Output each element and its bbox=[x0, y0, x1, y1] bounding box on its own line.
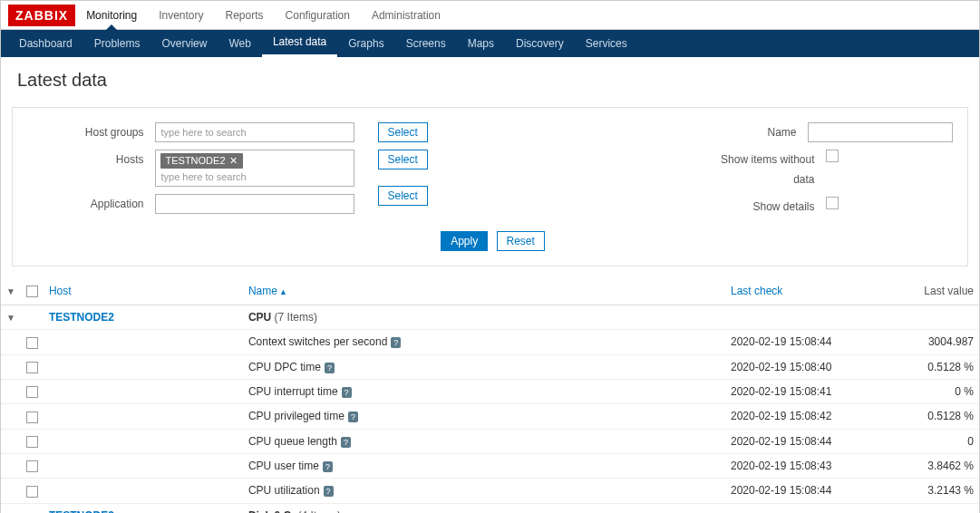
last-check: 2020-02-19 15:08:44 bbox=[725, 479, 888, 503]
app-name: Disk 0 C: bbox=[248, 509, 295, 513]
select-all-checkbox[interactable] bbox=[26, 286, 38, 297]
application-label: Application bbox=[28, 194, 155, 214]
subnav-web[interactable]: Web bbox=[218, 30, 261, 57]
host-link[interactable]: TESTNODE2 bbox=[49, 311, 114, 324]
data-table: ▼ Host Name▲ Last check Last value ▼TEST… bbox=[1, 277, 979, 513]
row-checkbox[interactable] bbox=[26, 460, 38, 472]
topnav-inventory[interactable]: Inventory bbox=[148, 2, 214, 29]
subnav-latest-data[interactable]: Latest data bbox=[262, 30, 337, 57]
topnav-administration[interactable]: Administration bbox=[361, 2, 451, 29]
collapse-all-icon[interactable]: ▼ bbox=[6, 286, 15, 296]
show-details-checkbox[interactable] bbox=[826, 197, 839, 209]
top-nav: ZABBIX Monitoring Inventory Reports Conf… bbox=[1, 1, 979, 30]
collapse-icon[interactable]: ▼ bbox=[6, 313, 15, 323]
row-checkbox[interactable] bbox=[26, 411, 38, 423]
hosts-select-button[interactable]: Select bbox=[378, 150, 428, 169]
hosts-input[interactable]: TESTNODE2✕ type here to search bbox=[155, 150, 354, 187]
topnav-reports[interactable]: Reports bbox=[215, 2, 275, 29]
last-value: 0.5128 % bbox=[888, 404, 979, 429]
name-label: Name bbox=[699, 122, 808, 142]
logo: ZABBIX bbox=[8, 5, 75, 26]
info-icon[interactable]: ? bbox=[324, 486, 334, 497]
last-value: 0.5128 % bbox=[888, 354, 979, 379]
col-host[interactable]: Host bbox=[49, 285, 72, 297]
last-value: 3.8462 % bbox=[888, 453, 979, 478]
item-name[interactable]: CPU DPC time bbox=[248, 361, 321, 373]
last-check: 2020-02-19 15:08:43 bbox=[725, 453, 888, 478]
last-check: 2020-02-19 15:08:44 bbox=[725, 429, 888, 453]
name-input[interactable] bbox=[808, 122, 953, 142]
hosts-tag[interactable]: TESTNODE2✕ bbox=[160, 153, 243, 169]
last-check: 2020-02-19 15:08:40 bbox=[725, 354, 888, 379]
last-value: 0 bbox=[888, 429, 979, 453]
item-name[interactable]: CPU interrupt time bbox=[248, 385, 338, 398]
close-icon[interactable]: ✕ bbox=[229, 155, 238, 166]
host-link[interactable]: TESTNODE2 bbox=[49, 509, 114, 513]
info-icon[interactable]: ? bbox=[325, 363, 335, 373]
subnav-services[interactable]: Services bbox=[575, 30, 638, 57]
info-icon[interactable]: ? bbox=[348, 411, 358, 422]
topnav-monitoring[interactable]: Monitoring bbox=[75, 2, 148, 29]
subnav-screens[interactable]: Screens bbox=[395, 30, 457, 57]
item-count: (7 Items) bbox=[275, 311, 317, 324]
subnav-overview[interactable]: Overview bbox=[150, 30, 218, 57]
topnav-configuration[interactable]: Configuration bbox=[275, 2, 361, 29]
application-input[interactable] bbox=[155, 194, 354, 214]
item-count: (4 Items) bbox=[298, 509, 341, 513]
last-check: 2020-02-19 15:08:44 bbox=[725, 330, 888, 354]
col-last-check[interactable]: Last check bbox=[731, 285, 782, 297]
filter-panel: Host groups Hosts TESTNODE2✕ type here t… bbox=[12, 107, 968, 266]
subnav-discovery[interactable]: Discovery bbox=[505, 30, 575, 57]
item-name[interactable]: CPU queue length bbox=[248, 435, 337, 448]
subnav-maps[interactable]: Maps bbox=[457, 30, 505, 57]
sub-nav: Dashboard Problems Overview Web Latest d… bbox=[1, 30, 979, 57]
show-without-checkbox[interactable] bbox=[826, 150, 839, 162]
info-icon[interactable]: ? bbox=[341, 437, 351, 448]
page-title: Latest data bbox=[1, 57, 979, 107]
row-checkbox[interactable] bbox=[26, 486, 38, 498]
apply-button[interactable]: Apply bbox=[441, 231, 488, 251]
last-value: 0 % bbox=[888, 379, 979, 403]
last-value: 3004.987 bbox=[888, 330, 979, 354]
item-name[interactable]: CPU user time bbox=[248, 460, 319, 472]
row-checkbox[interactable] bbox=[26, 337, 38, 349]
host-groups-label: Host groups bbox=[28, 122, 155, 142]
show-details-label: Show details bbox=[699, 197, 826, 217]
show-without-label: Show items without data bbox=[699, 150, 826, 189]
subnav-graphs[interactable]: Graphs bbox=[337, 30, 394, 57]
subnav-problems[interactable]: Problems bbox=[83, 30, 151, 57]
item-name[interactable]: Context switches per second bbox=[248, 335, 387, 348]
application-select-button[interactable]: Select bbox=[378, 186, 428, 206]
row-checkbox[interactable] bbox=[26, 386, 38, 398]
last-check: 2020-02-19 15:08:42 bbox=[725, 404, 888, 429]
reset-button[interactable]: Reset bbox=[497, 231, 545, 251]
host-groups-select-button[interactable]: Select bbox=[378, 122, 428, 142]
app-name: CPU bbox=[248, 311, 271, 324]
subnav-dashboard[interactable]: Dashboard bbox=[8, 30, 83, 57]
info-icon[interactable]: ? bbox=[323, 461, 333, 472]
info-icon[interactable]: ? bbox=[342, 387, 352, 398]
sort-asc-icon: ▲ bbox=[279, 287, 287, 296]
col-last-value: Last value bbox=[924, 285, 974, 297]
item-name[interactable]: CPU privileged time bbox=[248, 410, 344, 422]
item-name[interactable]: CPU utilization bbox=[248, 484, 320, 497]
host-groups-input[interactable] bbox=[155, 122, 354, 142]
hosts-label: Hosts bbox=[28, 150, 155, 169]
row-checkbox[interactable] bbox=[26, 436, 38, 448]
col-name[interactable]: Name bbox=[248, 285, 277, 297]
last-value: 3.2143 % bbox=[888, 479, 979, 503]
info-icon[interactable]: ? bbox=[391, 337, 401, 348]
row-checkbox[interactable] bbox=[26, 362, 38, 373]
last-check: 2020-02-19 15:08:41 bbox=[725, 379, 888, 403]
